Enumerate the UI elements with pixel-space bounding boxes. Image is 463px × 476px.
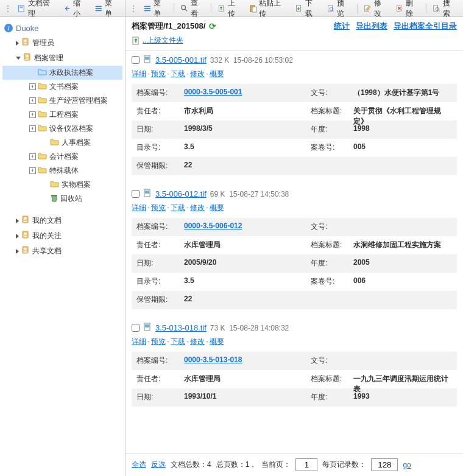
tree-node[interactable]: 水政执法档案 [2,66,122,80]
tree-node[interactable]: 共享文档 [2,243,122,259]
refresh-icon[interactable]: ⟳ [209,21,216,31]
cur-page-label: 当前页： [261,460,291,470]
tree-node[interactable]: +文书档案 [2,80,122,94]
per-page-input[interactable] [371,458,398,471]
field-label [306,291,348,309]
file-detail-link[interactable]: 详细 [132,69,146,78]
file-download-link[interactable]: 下载 [171,69,185,78]
detail-row: 目录号:3.5案卷号:005 [132,139,457,157]
expand-icon [16,41,19,46]
tree-node-label: 实物档案 [62,180,91,190]
detail-row: 责任者:水库管理局档案标题:水洞维修加固工程实施方案 [132,236,457,254]
tree-node[interactable]: 实物档案 [2,178,122,192]
archive-no-link[interactable]: 0000-3.5-005-001 [184,88,242,96]
svg-point-9 [24,40,27,42]
up-folder-link[interactable]: ..上级文件夹 [143,35,183,46]
view-label: 查看 [191,0,205,19]
go-link[interactable]: go [403,461,411,469]
file-edit-link[interactable]: 修改 [190,69,205,78]
page-count-label: 总页数：1， [216,460,257,470]
tree-node-label: 回收站 [60,194,82,204]
field-label: 档案标题: [306,236,348,254]
file-summary-link[interactable]: 概要 [210,337,224,346]
field-label: 文号: [306,218,348,236]
menu-label: 菜单 [154,0,168,19]
file-icon [143,323,152,333]
field-value [348,218,457,236]
folder-icon [38,124,48,134]
file-name-link[interactable]: 3.5-013-018.tif [155,323,207,332]
field-value: 市水利局 [179,102,306,121]
field-value: 1998 [348,121,457,139]
tree-node[interactable]: +会计档案 [2,150,122,164]
field-value [348,157,457,175]
expander-icon[interactable]: + [29,167,36,174]
field-label: 文号: [306,84,348,102]
tree-node[interactable]: +工程档案 [2,108,122,122]
expander-icon[interactable]: + [29,97,36,104]
expand-icon [16,219,19,223]
file-detail-link[interactable]: 详细 [132,203,146,212]
folder-icon [38,166,48,176]
tree-node[interactable]: +设备仪器档案 [2,122,122,136]
field-label: 档案编号: [132,352,179,370]
svg-rect-20 [144,8,150,9]
file-meta: 73 K 15-08-28 14:08:32 [210,324,289,332]
user-icon [21,37,30,49]
field-label: 责任者: [132,236,179,254]
export-list-link[interactable]: 导出列表 [356,21,387,32]
stats-link[interactable]: 统计 [334,21,350,32]
file-download-link[interactable]: 下载 [171,203,185,212]
tree-node[interactable]: 档案管理 [2,51,122,66]
tree-node[interactable]: 管理员 [2,35,122,51]
file-detail-link[interactable]: 详细 [132,337,146,346]
file-preview-link[interactable]: 预览 [151,69,166,78]
tree-root[interactable]: i Duoke [2,21,122,35]
field-value: 水库管理局 [179,370,306,388]
file-meta: 69 K 15-08-27 14:50:38 [210,190,289,198]
archive-no-link[interactable]: 0000-3.5-013-018 [184,355,242,364]
file-name-link[interactable]: 3.5-005-001.tif [155,55,207,65]
bin-icon [50,194,58,204]
field-label: 案卷号: [306,139,348,157]
expander-icon[interactable]: + [29,153,36,160]
archive-no-link[interactable]: 0000-3.5-006-012 [184,222,242,230]
file-download-link[interactable]: 下载 [171,337,185,346]
expander-icon[interactable]: + [29,125,36,132]
file-checkbox[interactable] [132,190,140,198]
tree-node[interactable]: +特殊载体 [2,164,122,178]
invert-select-link[interactable]: 反选 [151,460,166,470]
file-summary-link[interactable]: 概要 [210,203,224,212]
svg-rect-3 [96,5,102,7]
tree-node-label: 工程档案 [49,110,79,120]
file-item: 3.5-005-001.tif332 K 15-08-26 10:53:02详细… [132,54,457,175]
select-all-link[interactable]: 全选 [132,460,146,470]
file-summary-link[interactable]: 概要 [210,69,224,78]
tree-node-label: 特殊载体 [49,166,79,176]
tree-node[interactable]: 人事档案 [2,136,122,150]
expander-icon[interactable]: + [29,111,36,118]
file-checkbox[interactable] [132,56,140,64]
per-page-label: 每页记录数： [322,460,366,470]
file-name-link[interactable]: 3.5-006-012.tif [155,189,207,198]
expander-icon[interactable]: + [29,83,36,90]
tree-node[interactable]: 我的文档 [2,213,122,228]
field-value [348,352,457,370]
file-preview-link[interactable]: 预览 [151,337,166,346]
file-detail-table: 档案编号:0000-3.5-013-018文号:责任者:水库管理局档案标题:一九… [132,352,457,407]
file-edit-link[interactable]: 修改 [190,203,205,212]
tree-node[interactable]: 我的关注 [2,228,122,243]
cur-page-input[interactable] [295,458,317,471]
detail-row: 档案编号:0000-3.5-006-012文号: [132,218,457,236]
detail-row: 目录号:3.5案卷号:006 [132,273,457,291]
file-icon [143,189,152,199]
file-edit-link[interactable]: 修改 [190,337,205,346]
file-checkbox[interactable] [132,324,140,332]
tree-node[interactable]: 回收站 [2,192,122,206]
file-preview-link[interactable]: 预览 [151,203,166,212]
export-full-link[interactable]: 导出档案全引目录 [394,21,457,32]
file-action-links: 详细-预览-下载-修改-概要 [132,200,457,218]
tree-node[interactable]: +生产经营管理档案 [2,94,122,108]
svg-rect-0 [19,5,24,11]
field-label: 目录号: [132,139,179,157]
